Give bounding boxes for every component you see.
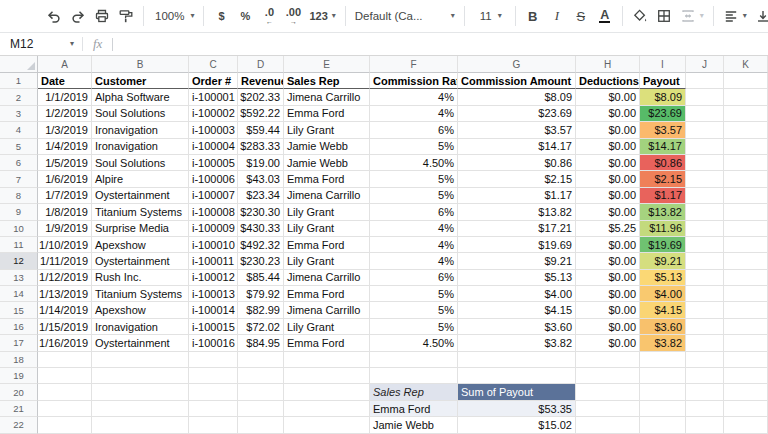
cell-B17[interactable]: Oystertainment — [92, 335, 189, 351]
row-header-19[interactable]: 19 — [0, 368, 38, 384]
cell-K12[interactable] — [724, 253, 768, 269]
row-header-18[interactable]: 18 — [0, 352, 38, 368]
cell-J9[interactable] — [686, 204, 724, 220]
column-header-F[interactable]: F — [370, 56, 458, 73]
column-header-D[interactable]: D — [238, 56, 284, 73]
cell-G11[interactable]: $19.69 — [458, 237, 576, 253]
column-header-K[interactable]: K — [724, 56, 768, 73]
cell-G2[interactable]: $8.09 — [458, 89, 576, 105]
name-box[interactable]: M12 ▾ — [0, 37, 82, 51]
cell-C4[interactable]: i-100003 — [189, 122, 238, 138]
cell-B8[interactable]: Oystertainment — [92, 188, 189, 204]
cell-H21[interactable] — [576, 401, 640, 417]
cell-F8[interactable]: 5% — [370, 188, 458, 204]
cell-C13[interactable]: i-100012 — [189, 270, 238, 286]
cell-B21[interactable] — [92, 401, 189, 417]
cell-A14[interactable]: 1/13/2019 — [38, 286, 92, 302]
increase-decimal-button[interactable]: .00→ — [281, 4, 305, 28]
cell-J21[interactable] — [686, 401, 724, 417]
cell-F7[interactable]: 5% — [370, 171, 458, 187]
cell-E22[interactable] — [284, 417, 370, 433]
pivot-row-label[interactable]: Emma Ford — [370, 401, 458, 417]
cell-J20[interactable] — [686, 384, 724, 400]
cell-C14[interactable]: i-100013 — [189, 286, 238, 302]
cell-F13[interactable]: 6% — [370, 270, 458, 286]
cell-D20[interactable] — [238, 384, 284, 400]
cell-I21[interactable] — [640, 401, 686, 417]
cell-D18[interactable] — [238, 352, 284, 368]
cell-E12[interactable]: Lily Grant — [284, 253, 370, 269]
cell-H1[interactable]: Deductions — [576, 73, 640, 89]
cell-E11[interactable]: Emma Ford — [284, 237, 370, 253]
cell-A3[interactable]: 1/2/2019 — [38, 106, 92, 122]
cell-J19[interactable] — [686, 368, 724, 384]
row-header-7[interactable]: 7 — [0, 171, 38, 187]
cell-I9[interactable]: $13.82 — [640, 204, 686, 220]
cell-H5[interactable]: $0.00 — [576, 139, 640, 155]
row-header-3[interactable]: 3 — [0, 106, 38, 122]
merge-cells-dropdown[interactable]: ▾ — [676, 4, 708, 28]
pivot-row-label[interactable]: Jamie Webb — [370, 417, 458, 433]
zoom-dropdown[interactable]: 100% ▾ — [149, 4, 198, 28]
cell-D19[interactable] — [238, 368, 284, 384]
format-currency-button[interactable]: $ — [209, 4, 233, 28]
cell-G6[interactable]: $0.86 — [458, 155, 576, 171]
cell-B3[interactable]: Soul Solutions — [92, 106, 189, 122]
cell-G19[interactable] — [458, 368, 576, 384]
cell-F3[interactable]: 4% — [370, 106, 458, 122]
cell-J17[interactable] — [686, 335, 724, 351]
cell-I1[interactable]: Payout — [640, 73, 686, 89]
cell-D9[interactable]: $230.30 — [238, 204, 284, 220]
cell-E6[interactable]: Jamie Webb — [284, 155, 370, 171]
cell-C21[interactable] — [189, 401, 238, 417]
cell-K1[interactable] — [724, 73, 768, 89]
cell-H6[interactable]: $0.00 — [576, 155, 640, 171]
column-header-B[interactable]: B — [92, 56, 189, 73]
cell-H4[interactable]: $0.00 — [576, 122, 640, 138]
cell-I18[interactable] — [640, 352, 686, 368]
cell-B1[interactable]: Customer — [92, 73, 189, 89]
cell-G17[interactable]: $3.82 — [458, 335, 576, 351]
cell-K22[interactable] — [724, 417, 768, 433]
cell-D4[interactable]: $59.44 — [238, 122, 284, 138]
cell-C10[interactable]: i-100009 — [189, 221, 238, 237]
cell-D21[interactable] — [238, 401, 284, 417]
cell-D1[interactable]: Revenue — [238, 73, 284, 89]
text-color-button[interactable]: A — [593, 4, 617, 28]
cell-C8[interactable]: i-100007 — [189, 188, 238, 204]
cell-A12[interactable]: 1/11/2019 — [38, 253, 92, 269]
cell-A15[interactable]: 1/14/2019 — [38, 302, 92, 318]
cell-B5[interactable]: Ironavigation — [92, 139, 189, 155]
cell-C11[interactable]: i-100010 — [189, 237, 238, 253]
cell-I17[interactable]: $3.82 — [640, 335, 686, 351]
cell-C7[interactable]: i-100006 — [189, 171, 238, 187]
cell-E18[interactable] — [284, 352, 370, 368]
italic-button[interactable]: I — [545, 4, 569, 28]
cell-K7[interactable] — [724, 171, 768, 187]
cell-F5[interactable]: 5% — [370, 139, 458, 155]
cell-H11[interactable]: $0.00 — [576, 237, 640, 253]
cell-J8[interactable] — [686, 188, 724, 204]
cell-D3[interactable]: $592.22 — [238, 106, 284, 122]
cell-C16[interactable]: i-100015 — [189, 319, 238, 335]
cell-D2[interactable]: $202.33 — [238, 89, 284, 105]
cell-G16[interactable]: $3.60 — [458, 319, 576, 335]
cell-J18[interactable] — [686, 352, 724, 368]
cell-C22[interactable] — [189, 417, 238, 433]
pivot-row-value[interactable]: $15.02 — [458, 417, 576, 433]
row-header-16[interactable]: 16 — [0, 319, 38, 335]
cell-G8[interactable]: $1.17 — [458, 188, 576, 204]
cell-C5[interactable]: i-100004 — [189, 139, 238, 155]
cell-H13[interactable]: $0.00 — [576, 270, 640, 286]
cell-D13[interactable]: $85.44 — [238, 270, 284, 286]
row-header-11[interactable]: 11 — [0, 237, 38, 253]
cell-K14[interactable] — [724, 286, 768, 302]
column-header-G[interactable]: G — [458, 56, 576, 73]
cell-B2[interactable]: Alpha Software — [92, 89, 189, 105]
row-header-8[interactable]: 8 — [0, 188, 38, 204]
cell-H3[interactable]: $0.00 — [576, 106, 640, 122]
row-header-12[interactable]: 12 — [0, 253, 38, 269]
cell-J11[interactable] — [686, 237, 724, 253]
cell-J22[interactable] — [686, 417, 724, 433]
row-header-15[interactable]: 15 — [0, 302, 38, 318]
